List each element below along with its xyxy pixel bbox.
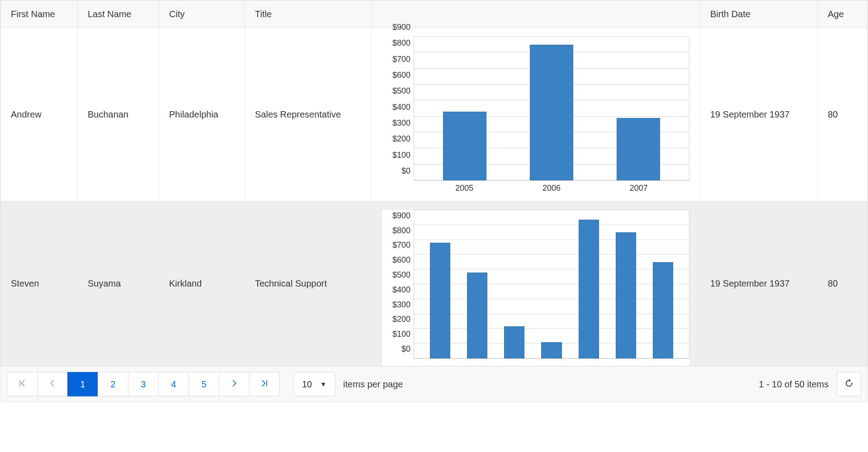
col-title[interactable]: Title [245,1,372,28]
pager-next-icon [230,379,238,390]
col-label: Title [255,9,272,19]
col-birth-date[interactable]: Birth Date [700,1,818,28]
col-city[interactable]: City [159,1,245,28]
chart-y-tick: $700 [382,240,410,250]
chart-bar [579,220,599,358]
bar-chart: $0$100$200$300$400$500$600$700$800$90020… [382,36,689,193]
chart-y-tick: $500 [382,86,410,96]
table-row[interactable]: Andrew Buchanan Philadelphia Sales Repre… [1,28,868,202]
chart-y-tick: $600 [382,255,410,265]
col-age[interactable]: Age [818,1,868,28]
chart-y-tick: $0 [382,166,410,176]
col-label: City [169,9,184,19]
page-size-select[interactable]: 10 ▼ [293,372,335,396]
items-per-page-label: items per page [343,379,403,390]
cell-birth-date: 19 September 1937 [700,202,818,366]
col-label: First Name [11,9,55,19]
cell-first-name: Andrew [1,28,78,202]
pager-prev-button[interactable] [37,372,68,396]
cell-last-name: Suyama [78,202,159,366]
cell-age: 80 [818,28,868,202]
pager-first-icon [18,379,26,390]
chart-y-tick: $100 [382,330,410,339]
chart-bar [541,342,561,358]
pager-page-button[interactable]: 3 [128,372,159,396]
data-grid: First Name Last Name City Title Birth Da… [0,0,868,402]
pager-page-number: 4 [171,379,176,390]
pager-last-icon [260,379,269,390]
pager-first-button[interactable] [7,372,38,396]
bar-chart: $0$100$200$300$400$500$600$700$800$900$1… [382,210,689,366]
chart-y-tick: $800 [382,226,410,235]
cell-title: Technical Support [245,202,372,366]
cell-text: Andrew [11,109,42,119]
cell-text: Sales Representative [255,109,341,119]
chevron-down-icon: ▼ [320,381,326,388]
chart-y-tick: $0 [382,344,410,354]
pager-prev-icon [48,379,57,390]
col-last-name[interactable]: Last Name [78,1,159,28]
pager-next-button[interactable] [219,372,250,396]
cell-text: Philadelphia [169,109,218,119]
chart-y-tick: $800 [382,38,410,48]
col-first-name[interactable]: First Name [1,1,78,28]
cell-title: Sales Representative [245,28,372,202]
pager-page-button[interactable]: 4 [158,372,189,396]
chart-bar [430,243,450,358]
cell-text: 19 September 1937 [710,109,790,119]
pager: 1 2 3 4 5 10 ▼ items per page 1 - 10 of … [0,366,868,402]
refresh-button[interactable] [837,372,861,396]
chart-y-tick: $400 [382,102,410,112]
pager-page-number: 5 [201,379,206,390]
col-label: Birth Date [710,9,750,19]
cell-first-name: Steven [1,202,78,366]
pager-page-number: 2 [110,379,115,390]
refresh-icon [844,378,854,391]
pager-page-button[interactable]: 5 [189,372,219,396]
chart-y-tick: $700 [382,54,410,64]
chart-x-tick: 2005 [421,184,508,193]
col-label: Age [828,9,844,19]
chart-y-tick: $400 [382,285,410,294]
chart-y-tick: $900 [382,23,410,32]
chart-bar [443,112,486,180]
chart-x-tick: 2006 [508,184,595,193]
chart-bar [504,326,524,358]
cell-age: 80 [818,202,868,366]
pager-page-number: 3 [141,379,146,390]
chart-y-tick: $600 [382,71,410,80]
header-row: First Name Last Name City Title Birth Da… [1,1,868,28]
cell-last-name: Buchanan [78,28,159,202]
chart-x-tick: 2007 [595,184,682,193]
chart-y-tick: $900 [382,211,410,220]
pager-nav: 1 2 3 4 5 [7,372,280,396]
chart-bar [616,232,636,358]
table-row[interactable]: Steven Suyama Kirkland Technical Support… [1,202,868,366]
pager-last-button[interactable] [249,372,280,396]
chart-y-tick: $300 [382,300,410,309]
col-label: Last Name [88,9,132,19]
cell-text: Steven [11,278,39,288]
cell-text: 80 [828,109,838,119]
cell-chart: $0$100$200$300$400$500$600$700$800$90020… [372,28,700,202]
cell-text: Buchanan [88,109,128,119]
cell-text: Suyama [88,278,121,288]
pager-page-button[interactable]: 2 [98,372,128,396]
cell-city: Philadelphia [159,28,245,202]
cell-chart: $0$100$200$300$400$500$600$700$800$900$1… [372,202,700,366]
col-chart[interactable] [372,1,700,28]
chart-bar [467,273,487,358]
page-size-value: 10 [302,379,312,390]
pager-page-button[interactable]: 1 [67,372,98,396]
chart-bar [530,45,573,180]
cell-text: 80 [828,278,838,288]
chart-bar [617,118,660,180]
cell-birth-date: 19 September 1937 [700,28,818,202]
chart-y-tick: $200 [382,134,410,144]
chart-y-tick: $100 [382,150,410,160]
chart-y-tick: $500 [382,270,410,280]
cell-city: Kirkland [159,202,245,366]
pager-page-number: 1 [80,379,85,390]
cell-text: Kirkland [169,278,202,288]
cell-text: 19 September 1937 [710,278,790,288]
